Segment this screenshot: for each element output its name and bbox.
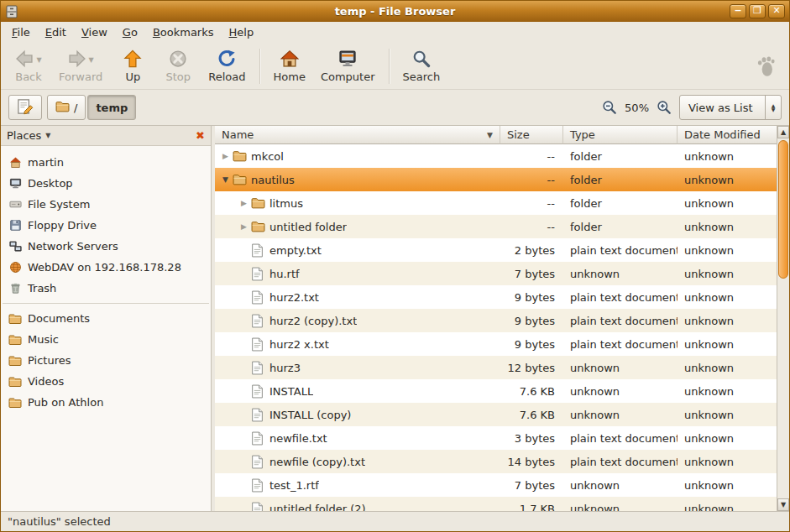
size-cell: 9 bytes — [500, 332, 563, 356]
toolbar-search-button[interactable]: Search — [395, 47, 448, 85]
folder-icon — [251, 197, 269, 209]
file-row-untitled-folder[interactable]: ▶untitled folder--folderunknown — [215, 215, 777, 238]
column-header-type[interactable]: Type — [563, 126, 678, 144]
file-row-untitled-folder-2[interactable]: untitled folder (2)1.7 KBunknownunknown — [215, 497, 777, 511]
menu-help[interactable]: Help — [222, 23, 262, 41]
up-arrow-icon — [123, 50, 142, 70]
status-bar: "nautilus" selected — [1, 511, 789, 531]
file-name: INSTALL — [269, 385, 313, 398]
menu-bookmarks[interactable]: Bookmarks — [145, 23, 222, 41]
menubar: FileEditViewGoBookmarksHelp — [1, 22, 789, 43]
scrollbar-thumb[interactable] — [778, 140, 788, 279]
file-row-hurz2-copy-txt[interactable]: hurz2 (copy).txt9 bytesplain text docume… — [215, 309, 777, 332]
toolbar-reload-button[interactable]: Reload — [201, 47, 253, 85]
file-row-newfile-copy-txt[interactable]: newfile (copy).txt14 bytesplain text doc… — [215, 450, 777, 473]
place-network-servers[interactable]: Network Servers — [1, 236, 211, 257]
reload-icon — [217, 50, 236, 70]
file-row-mkcol[interactable]: ▶mkcol--folderunknown — [215, 144, 777, 168]
column-header-date-modified[interactable]: Date Modified — [678, 126, 777, 144]
size-cell: 9 bytes — [500, 309, 563, 332]
place-file-system[interactable]: File System — [1, 194, 211, 215]
date-modified-cell: unknown — [678, 309, 777, 332]
text-file-icon — [251, 431, 269, 446]
file-row-hurz2-x-txt[interactable]: hurz2 x.txt9 bytesplain text documentunk… — [215, 332, 777, 356]
name-cell: hurz2.txt — [215, 285, 500, 309]
file-row-empty-txt[interactable]: empty.txt2 bytesplain text documentunkno… — [215, 238, 777, 262]
text-file-icon — [251, 267, 269, 281]
toolbar-button-label: Search — [403, 70, 441, 83]
file-row-newfile-txt[interactable]: newfile.txt3 bytesplain text documentunk… — [215, 426, 777, 450]
file-row-hurz3[interactable]: hurz312 bytesunknownunknown — [215, 356, 777, 379]
scroll-up-button[interactable]: ▲ — [777, 126, 789, 138]
place-label: Network Servers — [28, 240, 118, 253]
place-label: WebDAV on 192.168.178.28 — [28, 261, 181, 274]
toolbar-home-button[interactable]: Home — [266, 47, 313, 85]
menu-view[interactable]: View — [74, 23, 115, 41]
folder-icon — [251, 221, 269, 232]
menu-file[interactable]: File — [4, 23, 38, 41]
place-documents[interactable]: Documents — [1, 308, 211, 329]
path-buttons: /temp — [47, 95, 136, 120]
stop-icon — [169, 50, 187, 70]
path-button-root[interactable]: / — [47, 95, 86, 120]
text-file-icon — [251, 290, 269, 305]
expander-collapsed-icon[interactable]: ▶ — [237, 222, 251, 231]
toolbar-button-label: Up — [125, 70, 140, 83]
folder-icon — [233, 150, 251, 162]
toolbar-button-label: Computer — [321, 70, 375, 83]
type-cell: folder — [563, 191, 678, 215]
folder-icon — [55, 101, 70, 115]
toolbar-button-label: Home — [274, 70, 306, 83]
home-icon — [280, 50, 299, 70]
column-header-size[interactable]: Size — [500, 126, 563, 144]
place-trash[interactable]: Trash — [1, 278, 211, 299]
place-music[interactable]: Music — [1, 329, 211, 350]
path-button-temp[interactable]: temp — [87, 95, 136, 120]
place-pictures[interactable]: Pictures — [1, 350, 211, 371]
date-modified-cell: unknown — [678, 238, 777, 262]
sidebar-close-button[interactable]: ✖ — [196, 130, 205, 141]
column-header-name[interactable]: Name▼ — [215, 126, 500, 144]
places-title: Places — [7, 129, 41, 142]
place-floppy-drive[interactable]: Floppy Drive — [1, 215, 211, 236]
file-row-hurz2-txt[interactable]: hurz2.txt9 bytesplain text documentunkno… — [215, 285, 777, 309]
menu-go[interactable]: Go — [115, 23, 145, 41]
menu-edit[interactable]: Edit — [38, 23, 74, 41]
file-row-test-1-rtf[interactable]: test_1.rtf7 bytesunknownunknown — [215, 473, 777, 497]
scroll-down-button[interactable]: ▼ — [777, 498, 789, 511]
zoom-out-button[interactable] — [602, 100, 617, 115]
toggle-location-entry-button[interactable] — [8, 95, 42, 120]
place-videos[interactable]: Videos — [1, 371, 211, 392]
vertical-scrollbar[interactable]: ▲ ▼ — [777, 126, 789, 511]
folder-icon — [8, 397, 22, 409]
file-row-install[interactable]: INSTALL7.6 KBunknownunknown — [215, 379, 777, 403]
file-row-install-copy[interactable]: INSTALL (copy)7.6 KBunknownunknown — [215, 403, 777, 426]
expander-expanded-icon[interactable]: ▼ — [218, 175, 233, 184]
toolbar-up-button[interactable]: Up — [110, 47, 155, 85]
titlebar[interactable]: temp - File Browser − ❐ ✕ — [1, 1, 789, 22]
place-desktop[interactable]: Desktop — [1, 173, 211, 194]
toolbar-separator — [389, 49, 390, 84]
minimize-button[interactable]: − — [730, 4, 746, 18]
size-cell: 7 bytes — [500, 473, 563, 497]
place-martin[interactable]: martin — [1, 152, 211, 173]
file-row-litmus[interactable]: ▶litmus--folderunknown — [215, 191, 777, 215]
expander-collapsed-icon[interactable]: ▶ — [237, 199, 251, 207]
close-button[interactable]: ✕ — [768, 4, 785, 18]
view-mode-combo[interactable]: View as List ▲▼ — [679, 95, 782, 120]
place-label: Trash — [28, 282, 56, 295]
scrollbar-track[interactable] — [777, 138, 789, 498]
maximize-button[interactable]: ❐ — [749, 4, 766, 18]
toolbar-computer-button[interactable]: Computer — [313, 47, 383, 85]
file-row-nautilus[interactable]: ▼nautilus--folderunknown — [215, 168, 777, 191]
expander-collapsed-icon[interactable]: ▶ — [218, 152, 233, 160]
file-row-hu-rtf[interactable]: hu.rtf7 bytesunknownunknown — [215, 262, 777, 285]
combo-arrows-icon: ▲▼ — [765, 96, 781, 119]
place-webdav-on-192-168-178-28[interactable]: WebDAV on 192.168.178.28 — [1, 257, 211, 278]
type-cell: unknown — [563, 262, 678, 285]
window-controls: − ❐ ✕ — [730, 4, 785, 18]
place-pub-on-athlon[interactable]: Pub on Athlon — [1, 392, 211, 413]
places-selector[interactable]: Places ▼ — [7, 129, 51, 142]
date-modified-cell: unknown — [678, 356, 777, 379]
zoom-in-button[interactable] — [657, 100, 672, 115]
